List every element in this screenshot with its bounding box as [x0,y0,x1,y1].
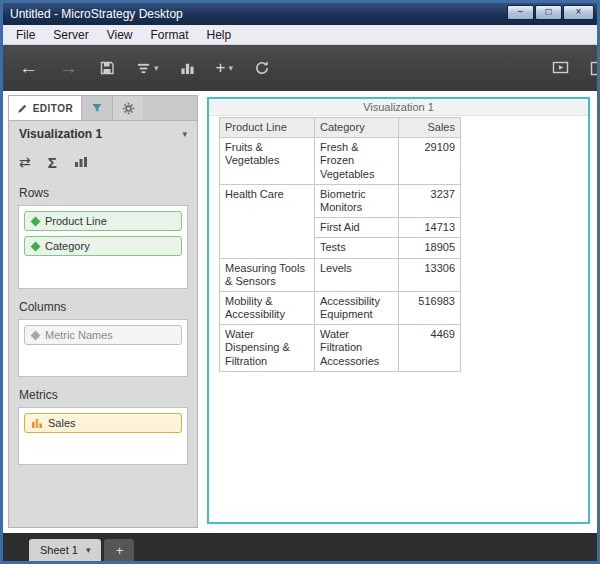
sheet-tab[interactable]: Sheet 1 ▾ [29,539,101,561]
app-window: Untitled - MicroStrategy Desktop − □ × F… [0,0,600,564]
rows-section-label: Rows [19,186,197,200]
back-icon: ← [19,57,38,79]
grid-cell: Levels [315,258,399,291]
content-area: EDITOR Visualization 1 ▾ ⇄ [3,91,597,533]
menu-item-format[interactable]: Format [141,28,197,42]
table-row: Measuring Tools & Sensors Levels 13306 [220,258,461,291]
swap-axes-icon[interactable]: ⇄ [19,154,31,170]
add-sheet-button[interactable]: + [104,539,134,561]
grid-cell: Water Filtration Accessories [315,325,399,372]
grid-cell: Biometric Monitors [315,184,399,217]
grid-cell: Tests [315,238,399,258]
forward-icon: → [59,57,78,79]
panel-toggle-button[interactable] [590,61,597,76]
editor-toolbar: ⇄ Σ [9,147,197,175]
insert-element-button[interactable]: + ▾ [216,58,233,78]
refresh-button[interactable] [254,60,270,76]
maximize-icon: □ [545,6,551,17]
toolbar: ← → ▾ + ▾ [3,45,597,91]
chip-label: Sales [48,417,76,429]
chevron-down-icon: ▾ [228,63,233,73]
grid-cell: Health Care [220,184,315,258]
table-row: Mobility & Accessibility Accessibility E… [220,291,461,324]
title-bar: Untitled - MicroStrategy Desktop − □ × [3,3,597,25]
grid-cell: 3237 [399,184,461,217]
grid-cell: First Aid [315,218,399,238]
editor-panel: EDITOR Visualization 1 ▾ ⇄ [8,95,198,528]
chip-label: Category [45,240,90,252]
tab-filter[interactable] [81,96,112,120]
window-controls: − □ × [507,5,594,20]
presentation-mode-button[interactable] [552,61,569,76]
chevron-down-icon: ▾ [154,63,159,73]
attribute-chip-metric-names[interactable]: Metric Names [24,325,182,345]
metric-chip-sales[interactable]: Sales [24,413,182,433]
refresh-icon [254,60,270,76]
column-header-product-line[interactable]: Product Line [220,118,315,138]
presentation-icon [552,61,569,76]
visualization-panel[interactable]: Visualization 1 Product Line Category Sa… [207,97,590,524]
chip-label: Metric Names [45,329,113,341]
editor-tabs: EDITOR [9,96,197,121]
grid-cell: 29109 [399,138,461,185]
visualization-selector[interactable]: Visualization 1 ▾ [9,121,197,147]
tab-settings[interactable] [112,96,143,120]
grid-cell: Mobility & Accessibility [220,291,315,324]
sheet-bar: Sheet 1 ▾ + [3,533,597,561]
menu-item-help[interactable]: Help [198,28,241,42]
visualization-selector-label: Visualization 1 [19,127,102,141]
rows-drop-zone[interactable]: Product Line Category [18,205,188,289]
columns-section-label: Columns [19,300,197,314]
table-row: Water Dispensing & Filtration Water Filt… [220,325,461,372]
sheet-tab-label: Sheet 1 [40,544,78,556]
forward-button[interactable]: → [59,57,78,79]
save-icon [99,60,115,76]
maximize-button[interactable]: □ [535,5,562,20]
minimize-button[interactable]: − [507,5,534,20]
panel-icon [590,61,597,76]
close-button[interactable]: × [563,5,594,20]
chevron-down-icon: ▾ [86,545,91,555]
column-header-category[interactable]: Category [315,118,399,138]
chip-label: Product Line [45,215,107,227]
grid-table: Product Line Category Sales Fruits & Veg… [219,117,461,372]
metric-icon [32,418,42,428]
close-icon: × [576,6,582,17]
visualization-title[interactable]: Visualization 1 [209,99,588,116]
attribute-icon [31,241,41,251]
columns-drop-zone[interactable]: Metric Names [18,319,188,377]
grid-container: Product Line Category Sales Fruits & Veg… [219,117,588,372]
minimize-icon: − [518,6,524,17]
menu-item-server[interactable]: Server [44,28,97,42]
menu-item-file[interactable]: File [7,28,44,42]
back-button[interactable]: ← [19,57,38,79]
grid-cell: Measuring Tools & Sensors [220,258,315,291]
grid-cell: 13306 [399,258,461,291]
grid-cell: 14713 [399,218,461,238]
totals-icon[interactable]: Σ [48,154,57,171]
tab-editor[interactable]: EDITOR [9,96,81,120]
editor-tab-label: EDITOR [33,103,74,114]
metrics-section-label: Metrics [19,388,197,402]
plus-icon: + [116,543,124,558]
grid-header-row: Product Line Category Sales [220,118,461,138]
chart-options-icon[interactable] [74,156,88,168]
grid-cell: 4469 [399,325,461,372]
grid-cell: Fruits & Vegetables [220,138,315,185]
pencil-icon [17,103,28,114]
table-row: Health Care Biometric Monitors 3237 [220,184,461,217]
filter-icon [91,102,103,114]
insert-visualization-button[interactable] [180,61,195,75]
plus-icon: + [216,58,226,78]
column-header-sales[interactable]: Sales [399,118,461,138]
datasets-button[interactable]: ▾ [136,62,159,75]
menu-item-view[interactable]: View [98,28,142,42]
grid-cell: 516983 [399,291,461,324]
attribute-chip-category[interactable]: Category [24,236,182,256]
attribute-chip-product-line[interactable]: Product Line [24,211,182,231]
save-button[interactable] [99,60,115,76]
metrics-drop-zone[interactable]: Sales [18,407,188,465]
gear-icon [122,102,135,115]
metric-names-icon [31,330,41,340]
datasets-icon [136,62,151,75]
